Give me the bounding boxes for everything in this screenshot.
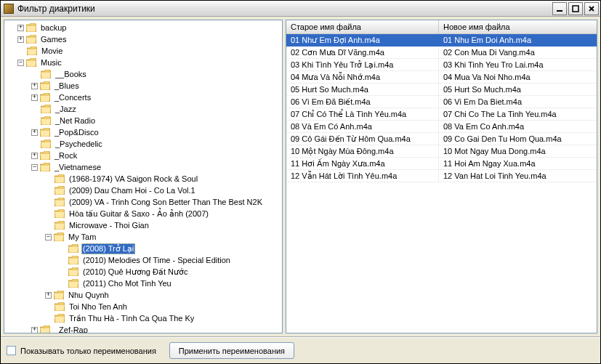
tree-item[interactable]: −My Tam [4,231,282,243]
tree-item[interactable]: (1968-1974) VA Saigon Rock & Soul [4,173,282,185]
column-new-name[interactable]: Новое имя файла [439,20,597,33]
column-old-name[interactable]: Старое имя файла [286,20,439,33]
table-row[interactable]: 09 Cô Gái Đến Từ Hôm Qua.m4a09 Co Gai De… [286,133,597,145]
maximize-button[interactable] [568,2,583,15]
cell-old-name: 07 Chỉ Có Thể Là Tình Yêu.m4a [286,108,439,120]
table-row[interactable]: 02 Cơn Mưa Dĩ Vãng.m4a02 Con Mua Di Vang… [286,46,597,59]
tree-item-label: (2009) VA - Trinh Cong Son Better Than T… [68,197,264,208]
cell-new-name: 07 Chi Co The La Tinh Yeu.m4a [439,108,597,120]
tree-item[interactable]: (2009) Dau Cham Hoi - Co La Vol.1 [4,185,282,196]
table-row[interactable]: 10 Một Ngày Mùa Đông.m4a10 Mot Ngay Mua … [286,145,597,158]
tree-item-label: _Rock [53,150,78,161]
tree-item-label: (2010) Melodies Of Time - Special Editio… [81,255,232,266]
tree-item[interactable]: Toi Nho Ten Anh [4,301,282,312]
apply-renames-button[interactable]: Применить переименования [169,342,294,359]
collapse-icon[interactable]: − [31,164,38,171]
tree-item[interactable]: Microwave - Thoi Gian [4,219,282,231]
tree-item[interactable]: (2010) Quê Hương Đất Nước [4,266,282,278]
expand-icon[interactable]: + [17,25,24,31]
table-row[interactable]: 03 Khi Tình Yêu Trở Lại.m4a03 Khi Tinh Y… [286,59,597,71]
folder-icon [40,81,50,90]
tree-item[interactable]: −_Vietnamese [4,161,282,173]
close-button[interactable] [584,2,599,15]
expand-icon[interactable]: + [45,292,52,299]
folder-icon [55,302,65,311]
checkbox-label: Показывать только переименования [20,347,156,355]
tree-item[interactable]: (2008) Trở Lại [4,243,282,254]
table-row[interactable]: 08 Và Em Có Anh.m4a08 Va Em Co Anh.m4a [286,121,597,133]
cell-new-name: 06 Vi Em Da Biet.m4a [439,96,597,108]
tree-item-label: _Vietnamese [53,162,102,173]
tree-item-label: Microwave - Thoi Gian [68,220,150,231]
app-icon [4,4,14,14]
table-row[interactable]: 11 Hơi Ấm Ngày Xưa.m4a11 Hoi Am Ngay Xua… [286,158,597,170]
tree-item[interactable]: _Net Radio [4,115,282,126]
button-label: Применить переименования [179,347,285,355]
cell-old-name: 05 Hurt So Much.m4a [286,84,439,95]
folder-icon [55,221,65,230]
table-row[interactable]: 04 Mưa Và Nỗi Nhớ.m4a04 Mua Va Noi Nho.m… [286,71,597,84]
cell-old-name: 08 Và Em Có Anh.m4a [286,121,439,132]
tree-item[interactable]: (2011) Cho Mot Tinh Yeu [4,278,282,289]
tree-item[interactable]: (2010) Melodies Of Time - Special Editio… [4,254,282,266]
folder-icon [68,267,78,276]
tree-item[interactable]: +Nhu Quynh [4,289,282,301]
expand-icon[interactable]: + [17,36,24,43]
tree-item[interactable]: _Psychedelic [4,138,282,150]
tree-item-label: _Net Radio [54,116,97,126]
tree-item-label: Toi Nho Ten Anh [68,302,129,312]
expand-icon[interactable]: + [31,129,38,136]
show-renames-only-checkbox[interactable]: Показывать только переименования [7,346,156,355]
tree-item[interactable]: __Books [4,68,282,80]
cell-old-name: 11 Hơi Ấm Ngày Xưa.m4a [286,158,439,169]
cell-new-name: 01 Nhu Em Doi Anh.m4a [439,34,597,46]
collapse-icon[interactable]: − [45,234,52,240]
cell-new-name: 02 Con Mua Di Vang.m4a [439,46,597,58]
tree-item[interactable]: Trần Thu Hà - Tình Ca Qua The Ky [4,312,282,324]
expand-icon[interactable]: + [31,327,38,333]
tree-item[interactable]: +_Pop&Disco [4,126,282,138]
minimize-button[interactable] [552,2,567,15]
table-row[interactable]: 12 Vẫn Hát Lời Tình Yêu.m4a12 Van Hat Lo… [286,170,597,182]
tree-item[interactable]: +_Concerts [4,92,282,103]
tree-item[interactable]: (2009) VA - Trinh Cong Son Better Than T… [4,196,282,208]
cell-old-name: 06 Vì Em Đã Biết.m4a [286,96,439,108]
table-row[interactable]: 06 Vì Em Đã Biết.m4a06 Vi Em Da Biet.m4a [286,96,597,108]
tree-item[interactable]: +_Zef-Rap [4,324,282,333]
tree-item-label: Trần Thu Hà - Tình Ca Qua The Ky [68,313,195,324]
cell-new-name: 08 Va Em Co Anh.m4a [439,121,597,132]
tree-item[interactable]: +backup [4,22,282,33]
tree-item-label: Music [39,57,63,68]
folder-icon [54,291,64,299]
file-table[interactable]: Старое имя файла Новое имя файла 01 Như … [286,20,597,333]
expand-icon[interactable]: + [31,83,38,89]
folder-icon [26,35,36,44]
tree-item[interactable]: Movie [4,45,282,57]
collapse-icon[interactable]: − [17,60,24,66]
tree-item[interactable]: _Jazz [4,103,282,115]
tree-item[interactable]: +_Rock [4,150,282,161]
table-row[interactable]: 07 Chỉ Có Thể Là Tình Yêu.m4a07 Chi Co T… [286,108,597,121]
tree-item[interactable]: +Games [4,33,282,45]
tree-item[interactable]: Hòa tấu Guitar & Saxo - Ảo ảnh (2007) [4,208,282,219]
tree-item[interactable]: −Music [4,57,282,68]
tree-item-label: _Blues [53,81,81,92]
cell-new-name: 04 Mua Va Noi Nho.m4a [439,71,597,83]
table-row[interactable]: 01 Như Em Đợi Anh.m4a01 Nhu Em Doi Anh.m… [286,34,597,46]
window-title: Фильтр диакритики [17,4,551,14]
folder-icon [40,163,50,171]
folder-icon [27,46,37,55]
cell-old-name: 03 Khi Tình Yêu Trở Lại.m4a [286,59,439,70]
folder-tree[interactable]: +backup+GamesMovie−Music__Books+_Blues+_… [4,20,283,333]
folder-icon [40,128,50,137]
cell-old-name: 12 Vẫn Hát Lời Tình Yêu.m4a [286,170,439,182]
table-row[interactable]: 05 Hurt So Much.m4a05 Hurt So Much.m4a [286,84,597,96]
cell-old-name: 01 Như Em Đợi Anh.m4a [286,34,439,46]
folder-icon [41,105,51,113]
tree-item-label: (2011) Cho Mot Tinh Yeu [81,278,173,289]
tree-item-label: (2010) Quê Hương Đất Nước [81,267,189,278]
expand-icon[interactable]: + [31,94,38,101]
tree-item-label: __Books [54,69,88,80]
expand-icon[interactable]: + [31,153,38,159]
tree-item[interactable]: +_Blues [4,80,282,92]
